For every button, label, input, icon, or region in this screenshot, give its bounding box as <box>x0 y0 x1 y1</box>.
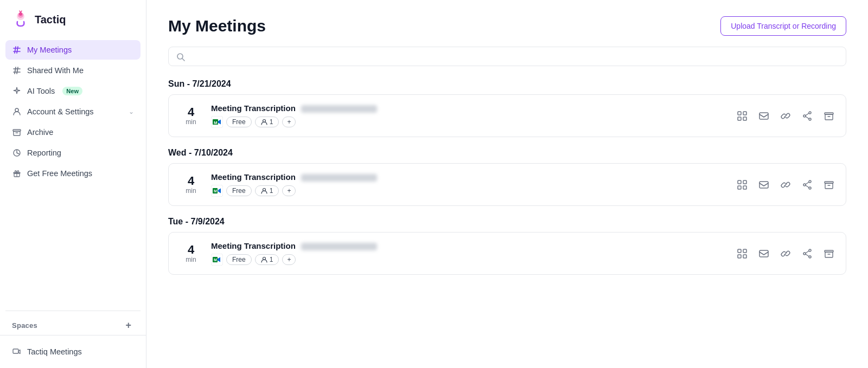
integration-icon-0[interactable] <box>736 110 748 122</box>
date-label-1: Wed - 7/10/2024 <box>168 148 846 158</box>
meeting-duration-1: 4 min <box>180 175 202 195</box>
duration-num-2: 4 <box>180 244 202 256</box>
svg-rect-24 <box>760 113 768 119</box>
meeting-tags-0: M Free 1 + <box>211 116 727 128</box>
search-bar <box>168 47 846 66</box>
meeting-card-0: 4 min Meeting Transcription <box>168 94 846 137</box>
svg-rect-54 <box>743 249 746 253</box>
meeting-duration-0: 4 min <box>180 106 202 126</box>
share-icon-2[interactable] <box>801 248 813 260</box>
meeting-title-2: Meeting Transcription <box>211 241 727 250</box>
sidebar-item-account-label: Account & Settings <box>27 107 94 116</box>
sidebar: Tactiq My Meetings Shared With Me AI Too… <box>0 0 146 368</box>
logo-text: Tactiq <box>35 14 66 26</box>
svg-line-46 <box>806 185 809 188</box>
add-tag-button-0[interactable]: + <box>282 117 296 127</box>
sidebar-item-ai-tools-label: AI Tools <box>27 87 55 95</box>
email-icon-2[interactable] <box>758 248 770 260</box>
archive-action-icon-1[interactable] <box>823 179 835 191</box>
add-space-button[interactable]: + <box>123 320 134 331</box>
svg-rect-11 <box>13 349 18 353</box>
date-label-0: Sun - 7/21/2024 <box>168 79 846 89</box>
tag-participants-1: 1 <box>255 185 279 196</box>
svg-rect-40 <box>743 186 746 189</box>
hash-icon-shared <box>12 66 22 75</box>
date-group-2: Tue - 7/9/2024 4 min Meeting Transcripti… <box>168 217 846 275</box>
svg-line-13 <box>182 59 184 61</box>
add-tag-button-2[interactable]: + <box>282 254 296 265</box>
google-meet-icon-2: M <box>211 254 223 266</box>
svg-rect-41 <box>760 182 768 188</box>
sidebar-item-my-meetings-label: My Meetings <box>27 46 72 54</box>
svg-rect-22 <box>738 117 741 120</box>
svg-rect-56 <box>743 255 746 258</box>
add-tag-button-1[interactable]: + <box>282 185 296 196</box>
svg-point-42 <box>809 180 811 183</box>
duration-unit-1: min <box>180 187 202 195</box>
sidebar-item-ai-tools[interactable]: AI Tools New <box>5 81 141 101</box>
person-icon <box>12 107 22 117</box>
sidebar-item-reporting-label: Reporting <box>27 149 61 157</box>
date-group-1: Wed - 7/10/2024 4 min Meeting Transcript… <box>168 148 846 206</box>
hash-icon <box>12 45 22 55</box>
link-icon-2[interactable] <box>780 248 792 260</box>
svg-line-28 <box>806 113 809 115</box>
tactiq-meetings-label: Tactiq Meetings <box>27 347 82 356</box>
search-input[interactable] <box>190 52 838 61</box>
svg-rect-38 <box>743 180 746 184</box>
svg-point-26 <box>809 118 811 120</box>
new-badge: New <box>62 87 82 95</box>
sidebar-item-archive[interactable]: Archive <box>5 122 141 142</box>
meeting-title-blur-1 <box>301 174 377 182</box>
integration-icon-1[interactable] <box>736 179 748 191</box>
meeting-info-2: Meeting Transcription M Free 1 + <box>211 241 727 266</box>
meeting-tags-2: M Free 1 + <box>211 254 727 266</box>
meeting-actions-2 <box>736 248 835 260</box>
sidebar-item-account-settings[interactable]: Account & Settings ⌄ <box>5 102 141 121</box>
tactiq-meetings-icon <box>12 347 22 357</box>
svg-line-61 <box>806 251 809 253</box>
meeting-card-2: 4 min Meeting Transcription M Free 1 <box>168 232 846 275</box>
google-meet-icon-1: MM <box>211 185 223 197</box>
share-icon-0[interactable] <box>801 110 813 122</box>
tactiq-meetings-item[interactable]: Tactiq Meetings <box>5 342 141 361</box>
duration-num-1: 4 <box>180 175 202 187</box>
svg-rect-39 <box>738 186 741 189</box>
sidebar-item-my-meetings[interactable]: My Meetings <box>5 40 141 60</box>
email-icon-1[interactable] <box>758 179 770 191</box>
tag-free-1: Free <box>226 185 252 196</box>
meeting-title-1: Meeting Transcription <box>211 172 727 182</box>
sidebar-item-shared-with-me[interactable]: Shared With Me <box>5 61 141 80</box>
svg-point-59 <box>809 256 811 258</box>
duration-num-0: 4 <box>180 106 202 118</box>
meeting-info-0: Meeting Transcription <box>211 104 727 128</box>
svg-point-44 <box>803 184 806 186</box>
sidebar-item-get-free-meetings[interactable]: Get Free Meetings <box>5 164 141 183</box>
svg-line-4 <box>21 11 22 12</box>
email-icon-0[interactable] <box>758 110 770 122</box>
svg-point-27 <box>803 115 806 117</box>
meeting-actions-0 <box>736 110 835 122</box>
upload-transcript-button[interactable]: Upload Transcript or Recording <box>720 16 846 36</box>
tactiq-logo-icon <box>11 10 30 29</box>
archive-action-icon-0[interactable] <box>823 110 835 122</box>
sidebar-item-get-free-meetings-label: Get Free Meetings <box>27 169 92 178</box>
archive-icon <box>12 127 22 137</box>
svg-rect-57 <box>760 250 768 257</box>
archive-action-icon-2[interactable] <box>823 248 835 260</box>
integration-icon-2[interactable] <box>736 248 748 260</box>
svg-rect-21 <box>743 112 746 115</box>
tag-participants-0: 1 <box>255 117 279 127</box>
duration-unit-0: min <box>180 118 202 126</box>
chevron-down-icon: ⌄ <box>129 108 134 115</box>
date-label-2: Tue - 7/9/2024 <box>168 217 846 227</box>
svg-line-29 <box>806 117 809 119</box>
share-icon-1[interactable] <box>801 179 813 191</box>
google-meet-icon-0: M <box>211 116 223 128</box>
link-icon-0[interactable] <box>780 110 792 122</box>
meeting-title-blur-0 <box>301 105 377 113</box>
sidebar-item-reporting[interactable]: Reporting <box>5 143 141 163</box>
logo[interactable]: Tactiq <box>0 0 146 37</box>
link-icon-1[interactable] <box>780 179 792 191</box>
svg-point-58 <box>809 249 811 251</box>
